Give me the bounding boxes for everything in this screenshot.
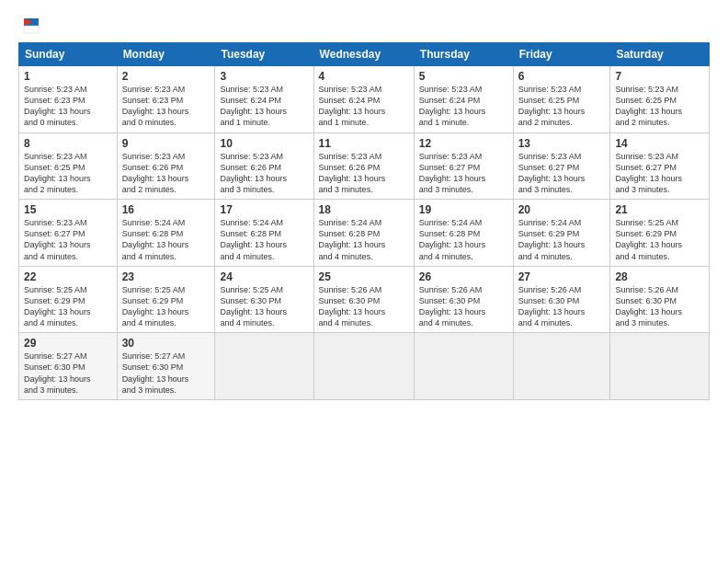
cell-line: and 2 minutes.: [122, 184, 210, 195]
calendar-header-sunday: Sunday: [19, 43, 118, 66]
cell-line: Sunset: 6:24 PM: [319, 95, 409, 106]
cell-line: and 4 minutes.: [122, 251, 210, 262]
cell-line: Daylight: 13 hours: [419, 239, 508, 250]
cell-line: Sunrise: 5:24 AM: [518, 217, 606, 228]
calendar-header-tuesday: Tuesday: [215, 43, 313, 66]
cell-line: Sunset: 6:27 PM: [24, 228, 112, 239]
cell-line: Daylight: 13 hours: [220, 173, 308, 184]
calendar-cell: 7Sunrise: 5:23 AMSunset: 6:25 PMDaylight…: [610, 66, 710, 133]
calendar-header-friday: Friday: [513, 43, 610, 66]
calendar-header-wednesday: Wednesday: [313, 43, 414, 66]
cell-line: and 3 minutes.: [419, 184, 508, 195]
cell-line: Sunrise: 5:25 AM: [122, 284, 210, 295]
cell-line: and 1 minute.: [319, 117, 409, 128]
cell-line: and 1 minute.: [220, 117, 308, 128]
cell-line: Sunrise: 5:25 AM: [24, 284, 112, 295]
cell-line: Daylight: 13 hours: [419, 173, 508, 184]
calendar-cell: 14Sunrise: 5:23 AMSunset: 6:27 PMDayligh…: [610, 132, 710, 200]
calendar-cell: 11Sunrise: 5:23 AMSunset: 6:26 PMDayligh…: [313, 132, 414, 200]
cell-content: Sunrise: 5:25 AMSunset: 6:29 PMDaylight:…: [615, 217, 704, 262]
calendar-header-monday: Monday: [117, 43, 215, 66]
cell-content: Sunrise: 5:23 AMSunset: 6:27 PMDaylight:…: [518, 151, 606, 196]
calendar-cell: [414, 333, 513, 400]
week-row-5: 29Sunrise: 5:27 AMSunset: 6:30 PMDayligh…: [19, 333, 710, 400]
cell-content: Sunrise: 5:23 AMSunset: 6:24 PMDaylight:…: [220, 84, 308, 129]
cell-line: Sunset: 6:25 PM: [615, 95, 704, 106]
cell-line: Daylight: 13 hours: [319, 306, 409, 317]
calendar-cell: 5Sunrise: 5:23 AMSunset: 6:24 PMDaylight…: [414, 66, 513, 133]
calendar-cell: 21Sunrise: 5:25 AMSunset: 6:29 PMDayligh…: [610, 200, 710, 267]
cell-line: Sunset: 6:30 PM: [615, 295, 704, 306]
cell-line: and 4 minutes.: [122, 317, 210, 328]
cell-line: Sunset: 6:24 PM: [419, 95, 508, 106]
cell-line: Sunset: 6:29 PM: [122, 295, 210, 306]
calendar-cell: 18Sunrise: 5:24 AMSunset: 6:28 PMDayligh…: [313, 200, 414, 267]
cell-line: Sunrise: 5:26 AM: [518, 284, 606, 295]
calendar-cell: 10Sunrise: 5:23 AMSunset: 6:26 PMDayligh…: [215, 132, 313, 200]
header: [18, 15, 710, 37]
day-number: 16: [122, 203, 210, 216]
cell-line: and 4 minutes.: [615, 251, 704, 262]
cell-line: Sunrise: 5:24 AM: [419, 217, 508, 228]
cell-line: Sunset: 6:27 PM: [419, 162, 508, 173]
cell-line: Sunrise: 5:24 AM: [220, 217, 308, 228]
cell-line: and 0 minutes.: [24, 117, 112, 128]
cell-line: Sunset: 6:28 PM: [122, 228, 210, 239]
cell-line: and 3 minutes.: [518, 184, 606, 195]
cell-line: and 3 minutes.: [319, 184, 409, 195]
day-number: 25: [319, 270, 409, 283]
cell-line: Sunrise: 5:23 AM: [220, 151, 308, 162]
logo: [18, 15, 42, 37]
cell-line: Sunrise: 5:23 AM: [24, 84, 112, 95]
cell-line: and 4 minutes.: [419, 317, 508, 328]
cell-line: Daylight: 13 hours: [518, 239, 606, 250]
cell-line: Daylight: 13 hours: [319, 239, 409, 250]
cell-content: Sunrise: 5:23 AMSunset: 6:23 PMDaylight:…: [122, 84, 210, 129]
calendar-cell: 2Sunrise: 5:23 AMSunset: 6:23 PMDaylight…: [117, 66, 215, 133]
cell-line: and 1 minute.: [419, 117, 508, 128]
cell-line: and 4 minutes.: [24, 317, 112, 328]
cell-content: Sunrise: 5:26 AMSunset: 6:30 PMDaylight:…: [319, 284, 409, 329]
cell-line: Sunrise: 5:24 AM: [122, 217, 210, 228]
cell-line: Sunset: 6:28 PM: [419, 228, 508, 239]
day-number: 8: [24, 137, 112, 150]
cell-line: Sunrise: 5:23 AM: [518, 151, 606, 162]
cell-content: Sunrise: 5:24 AMSunset: 6:28 PMDaylight:…: [220, 217, 308, 262]
cell-content: Sunrise: 5:24 AMSunset: 6:28 PMDaylight:…: [122, 217, 210, 262]
calendar-header-saturday: Saturday: [610, 43, 710, 66]
cell-line: Sunrise: 5:27 AM: [122, 350, 210, 362]
cell-content: Sunrise: 5:23 AMSunset: 6:26 PMDaylight:…: [220, 151, 308, 196]
calendar-cell: 26Sunrise: 5:26 AMSunset: 6:30 PMDayligh…: [414, 266, 513, 333]
calendar-cell: 30Sunrise: 5:27 AMSunset: 6:30 PMDayligh…: [117, 333, 215, 400]
cell-line: Daylight: 13 hours: [24, 373, 112, 385]
cell-line: and 2 minutes.: [24, 184, 112, 195]
day-number: 22: [24, 270, 112, 283]
calendar-cell: 16Sunrise: 5:24 AMSunset: 6:28 PMDayligh…: [117, 200, 215, 267]
cell-line: Sunrise: 5:26 AM: [419, 284, 508, 295]
day-number: 14: [615, 137, 704, 150]
cell-line: and 0 minutes.: [122, 117, 210, 128]
cell-line: Sunrise: 5:25 AM: [220, 284, 308, 295]
cell-line: Sunset: 6:25 PM: [24, 162, 112, 173]
cell-line: Sunset: 6:27 PM: [518, 162, 606, 173]
cell-content: Sunrise: 5:23 AMSunset: 6:27 PMDaylight:…: [419, 151, 508, 196]
calendar-cell: 27Sunrise: 5:26 AMSunset: 6:30 PMDayligh…: [513, 266, 610, 333]
cell-line: Sunrise: 5:24 AM: [319, 217, 409, 228]
cell-line: Sunset: 6:26 PM: [122, 162, 210, 173]
calendar-cell: [610, 333, 710, 400]
cell-line: Daylight: 13 hours: [615, 239, 704, 250]
cell-content: Sunrise: 5:25 AMSunset: 6:29 PMDaylight:…: [122, 284, 210, 329]
calendar-cell: [313, 333, 414, 400]
cell-line: Sunset: 6:29 PM: [24, 295, 112, 306]
cell-content: Sunrise: 5:27 AMSunset: 6:30 PMDaylight:…: [122, 350, 210, 396]
cell-content: Sunrise: 5:26 AMSunset: 6:30 PMDaylight:…: [615, 284, 704, 329]
cell-line: and 4 minutes.: [419, 251, 508, 262]
cell-line: Daylight: 13 hours: [220, 106, 308, 117]
cell-content: Sunrise: 5:23 AMSunset: 6:24 PMDaylight:…: [319, 84, 409, 129]
day-number: 15: [24, 203, 112, 216]
cell-line: Sunrise: 5:25 AM: [615, 217, 704, 228]
cell-line: Daylight: 13 hours: [518, 173, 606, 184]
cell-line: Daylight: 13 hours: [122, 173, 210, 184]
cell-line: Daylight: 13 hours: [319, 106, 409, 117]
cell-content: Sunrise: 5:26 AMSunset: 6:30 PMDaylight:…: [419, 284, 508, 329]
